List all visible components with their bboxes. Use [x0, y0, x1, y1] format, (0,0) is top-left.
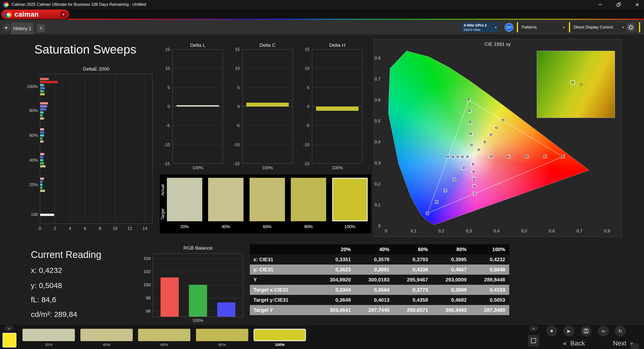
table-cell: 0,4358: [393, 295, 432, 305]
tab-scroll-left-button[interactable]: ▶: [3, 23, 11, 31]
title-bar: Calman 2025 Calman Ultimate for Business…: [0, 0, 644, 9]
delta-h-title: Delta H: [312, 42, 363, 48]
pattern-window-button[interactable]: [528, 335, 539, 346]
table-cell: 300,0183: [355, 275, 394, 285]
deltae-bar: [40, 165, 46, 167]
tray-expand-left-button[interactable]: ▴: [5, 326, 13, 331]
deltae-bar: [40, 137, 42, 140]
deltae-x-tick: 2: [49, 226, 60, 231]
calman-menu-chevron[interactable]: ▾: [60, 11, 67, 18]
delta-gridline: [312, 68, 363, 69]
refresh-button[interactable]: ↻: [615, 326, 626, 336]
stop-icon: ■: [550, 329, 553, 334]
cie-x-tick: 0,3: [462, 228, 476, 234]
cie-measured-marker: [470, 144, 473, 146]
tray-expand-right-button[interactable]: ▴: [529, 326, 538, 331]
deltae-bar: [40, 190, 45, 192]
stop-button[interactable]: ■: [546, 326, 557, 336]
delta-l-xlabel: 100%: [172, 165, 223, 170]
table-cell: 290,4493: [432, 305, 471, 315]
deltae-group-label: 20%: [18, 182, 38, 188]
deltae-bar: [40, 84, 44, 86]
meter-name: X-Rite i1Pro 2: [464, 23, 487, 27]
table-cell: 0,5053: [471, 295, 509, 305]
settings-button[interactable]: [626, 23, 635, 32]
table-header: 20%: [316, 244, 355, 254]
table-row-label: y: CIE31: [250, 265, 316, 275]
rgb-gridline: [153, 258, 243, 259]
pattern-button-80%[interactable]: [196, 329, 248, 341]
delta-gridline: [172, 68, 223, 69]
table-cell: 0,4667: [432, 265, 471, 275]
minimize-button[interactable]: [593, 0, 607, 9]
side-panel-toggle[interactable]: [639, 22, 644, 32]
meter-mode: Direct View: [464, 28, 480, 32]
table-cell: 0,3991: [355, 265, 394, 275]
cie-measured-marker: [473, 178, 475, 180]
calman-menu-button[interactable]: calman ▾: [1, 10, 69, 19]
delta-y-tick: -5: [296, 123, 309, 128]
display-control-dropdown[interactable]: Direct Display Control ▾: [569, 22, 626, 32]
add-tab-button[interactable]: +: [37, 24, 45, 32]
delta-h-xlabel: 100%: [312, 165, 363, 170]
cie-measured-marker: [502, 119, 504, 121]
cie-measured-marker: [561, 155, 563, 157]
chevron-down-icon: ▾: [563, 22, 565, 32]
table-cell: 0,3648: [316, 295, 355, 305]
rgb-y-tick: 100: [138, 282, 151, 288]
sweep-swatch-label: 80%: [291, 224, 326, 230]
delta-y-tick: -5: [157, 123, 170, 128]
sweep-swatch-label: 40%: [208, 224, 243, 230]
delta-gridline: [242, 88, 293, 88]
table-cell: 0,3578: [355, 254, 394, 265]
continuous-measure-button[interactable]: ∞: [598, 326, 609, 336]
table-cell: 293,6571: [393, 305, 432, 315]
delta-y-tick: 15: [227, 47, 240, 52]
play-button[interactable]: ▶: [564, 326, 574, 336]
deltae-chart-title: DeltaE 2000: [40, 66, 152, 72]
cie-measured-marker: [452, 156, 454, 158]
cie-measured-marker: [468, 110, 471, 112]
table-row-label: Target y:CIE31: [250, 295, 316, 305]
deltae-bar: [40, 214, 54, 216]
calman-app-window: Calman 2025 Calman Ultimate for Business…: [0, 0, 644, 349]
deltae-bar: [40, 134, 44, 137]
close-button[interactable]: ×: [630, 0, 644, 9]
table-cell: 0,3773: [393, 285, 432, 295]
deltae-bar: [40, 105, 47, 107]
pattern-button-100%[interactable]: [254, 329, 306, 341]
meter-dropdown[interactable]: X-Rite i1Pro 2 Direct View ▾: [462, 22, 499, 32]
deltae-group-label: 100: [18, 212, 38, 217]
cie-x-tick: 0,7: [573, 228, 586, 234]
rgb-bar-red: [161, 277, 179, 317]
cie-measured-marker: [470, 133, 472, 135]
pattern-button-40%[interactable]: [80, 329, 133, 341]
patterns-dropdown[interactable]: Patterns ▾: [517, 22, 567, 32]
delta-y-tick: -10: [296, 142, 309, 148]
delta-gridline: [242, 106, 293, 107]
pattern-button-60%[interactable]: [138, 329, 190, 341]
deltae-group-label: 40%: [18, 158, 38, 163]
target-row-label: Target: [161, 205, 165, 224]
maximize-button[interactable]: [612, 0, 626, 9]
tab-history-1[interactable]: History 1: [11, 23, 33, 34]
active-pattern-swatch[interactable]: [3, 333, 16, 347]
save-button[interactable]: [581, 326, 591, 336]
table-cell: 0,3351: [316, 254, 355, 265]
table-cell: 0,3623: [316, 265, 355, 275]
sweep-swatch-40%: [208, 178, 243, 221]
cie-x-tick: 0,8: [601, 228, 614, 234]
delta-gridline: [242, 68, 293, 69]
pattern-button-20%[interactable]: [23, 329, 75, 341]
cie-measured-marker: [466, 156, 469, 158]
delta-l-title: Delta L: [172, 42, 223, 48]
table-cell: 0,4232: [471, 254, 509, 265]
back-button[interactable]: « Back: [551, 338, 597, 348]
brand-bar: [0, 9, 644, 20]
table-header: 40%: [355, 244, 394, 254]
table-cell: 0,3995: [432, 254, 471, 265]
sweep-swatch-80%: [291, 178, 326, 221]
deltae-bar: [40, 187, 42, 189]
calman-logo-icon: [5, 11, 11, 18]
deltae-bar: [40, 131, 44, 134]
